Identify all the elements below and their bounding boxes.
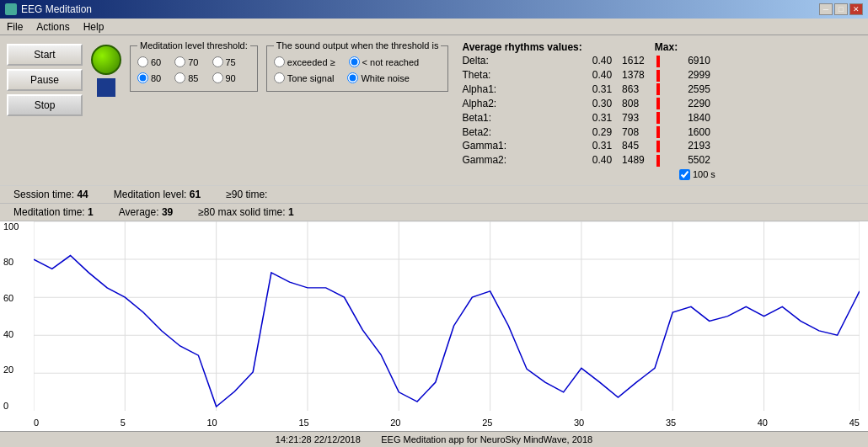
menu-actions[interactable]: Actions bbox=[33, 21, 72, 33]
sound-not-reached[interactable]: < not reached bbox=[349, 56, 420, 67]
ge90-time-label: ≥90 time: bbox=[226, 189, 267, 200]
threshold-row2: 80 85 90 bbox=[137, 70, 250, 86]
x-label-30: 30 bbox=[574, 418, 584, 428]
threshold-group: Meditation level threshold: 60 70 75 80 … bbox=[130, 40, 258, 92]
meditation-level-value: 61 bbox=[190, 189, 201, 200]
rhythm-alpha2: Alpha2: 0.30 808 2290 bbox=[457, 96, 715, 110]
threshold-85[interactable]: 85 bbox=[174, 72, 198, 83]
chart-svg bbox=[34, 221, 860, 411]
ge80-value: 1 bbox=[288, 206, 294, 218]
session-stats-row1: Session time: 44 Meditation level: 61 ≥9… bbox=[0, 186, 868, 204]
threshold-legend: Meditation level threshold: bbox=[137, 40, 250, 51]
stop-button[interactable]: Stop bbox=[7, 94, 83, 116]
x-label-35: 35 bbox=[666, 418, 676, 428]
rhythms-header-count bbox=[617, 40, 650, 54]
y-label-100: 100 bbox=[3, 221, 33, 231]
control-buttons: Start Pause Stop bbox=[7, 40, 83, 116]
x-label-0: 0 bbox=[34, 418, 39, 428]
minimize-button[interactable]: ─ bbox=[819, 3, 833, 15]
rhythms-header-name: Average rhythms values: bbox=[457, 40, 587, 54]
sound-row2: Tone signal White noise bbox=[274, 70, 442, 86]
y-label-20: 20 bbox=[3, 365, 33, 375]
start-button[interactable]: Start bbox=[7, 44, 83, 66]
sound-tone[interactable]: Tone signal bbox=[274, 72, 335, 83]
threshold-90[interactable]: 90 bbox=[212, 72, 236, 83]
x-label-10: 10 bbox=[207, 418, 217, 428]
sound-legend: The sound output when the threshold is bbox=[274, 40, 442, 51]
app-icon bbox=[5, 3, 17, 15]
main-content: Start Pause Stop Meditation level thresh… bbox=[0, 35, 868, 447]
title-bar: EEG Meditation ─ □ ✕ bbox=[0, 0, 868, 19]
footer-bar: 14:21:28 22/12/2018 EEG Meditation app f… bbox=[0, 431, 868, 447]
maximize-button[interactable]: □ bbox=[834, 3, 848, 15]
ge80-label: ≥80 max solid time: 1 bbox=[198, 206, 293, 218]
x-axis: 0 5 10 15 20 25 30 35 40 45 bbox=[34, 418, 860, 428]
blue-indicator bbox=[97, 78, 115, 97]
chart-line bbox=[34, 255, 860, 406]
footer-appname: EEG Meditation app for NeuroSky MindWave… bbox=[381, 434, 592, 444]
rhythms-header-value bbox=[587, 40, 617, 54]
x-label-45: 45 bbox=[849, 418, 860, 428]
y-label-0: 0 bbox=[3, 401, 33, 411]
sound-exceeded[interactable]: exceeded ≥ bbox=[274, 56, 335, 67]
sound-output-group: The sound output when the threshold is e… bbox=[266, 40, 449, 92]
y-label-40: 40 bbox=[3, 329, 33, 339]
threshold-60[interactable]: 60 bbox=[137, 56, 161, 67]
top-section: Start Pause Stop Meditation level thresh… bbox=[0, 35, 868, 186]
footer-timestamp: 14:21:28 22/12/2018 bbox=[276, 434, 361, 444]
sound-white-noise[interactable]: White noise bbox=[347, 72, 409, 83]
green-indicator bbox=[91, 45, 121, 75]
rhythms-header-max: Max: bbox=[650, 40, 683, 54]
rhythm-beta1: Beta1: 0.31 793 1840 bbox=[457, 110, 715, 125]
average-value: 39 bbox=[162, 206, 173, 218]
threshold-75[interactable]: 75 bbox=[212, 56, 236, 67]
rhythm-theta: Theta: 0.40 1378 2999 bbox=[457, 68, 715, 82]
chart-area: 0 20 40 60 80 100 0 5 10 15 20 25 30 35 … bbox=[0, 221, 868, 431]
close-button[interactable]: ✕ bbox=[849, 3, 863, 15]
indicators bbox=[91, 40, 121, 97]
threshold-70[interactable]: 70 bbox=[174, 56, 198, 67]
rhythms-section: Average rhythms values: Max: Delta: 0.40… bbox=[457, 40, 715, 180]
meditation-time-label: Meditation time: 1 bbox=[13, 206, 94, 218]
average-label: Average: 39 bbox=[119, 206, 174, 218]
rhythm-beta2: Beta2: 0.29 708 1600 bbox=[457, 125, 715, 139]
menu-help[interactable]: Help bbox=[80, 21, 108, 33]
meditation-time-value: 1 bbox=[88, 206, 94, 218]
rhythm-gamma1: Gamma1: 0.31 845 2193 bbox=[457, 139, 715, 153]
rhythm-delta: Delta: 0.40 1612 6910 bbox=[457, 54, 715, 68]
rhythm-gamma2: Gamma2: 0.40 1489 5502 bbox=[457, 153, 715, 168]
y-label-60: 60 bbox=[3, 293, 33, 303]
rhythms-table: Average rhythms values: Max: Delta: 0.40… bbox=[457, 40, 715, 168]
x-label-40: 40 bbox=[758, 418, 768, 428]
100s-checkbox[interactable] bbox=[679, 169, 690, 180]
x-label-25: 25 bbox=[482, 418, 492, 428]
session-stats-row2: Meditation time: 1 Average: 39 ≥80 max s… bbox=[0, 204, 868, 221]
menu-bar: File Actions Help bbox=[0, 19, 868, 35]
100s-label: 100 s bbox=[693, 169, 715, 179]
session-time-label: Session time: 44 bbox=[13, 189, 88, 200]
sound-row1: exceeded ≥ < not reached bbox=[274, 54, 442, 70]
meditation-level-label: Meditation level: 61 bbox=[114, 189, 201, 200]
threshold-row1: 60 70 75 bbox=[137, 54, 250, 70]
threshold-80[interactable]: 80 bbox=[137, 72, 161, 83]
pause-button[interactable]: Pause bbox=[7, 69, 83, 91]
rhythm-alpha1: Alpha1: 0.31 863 2595 bbox=[457, 82, 715, 97]
title-bar-text: EEG Meditation bbox=[21, 3, 92, 15]
y-axis: 0 20 40 60 80 100 bbox=[3, 221, 33, 411]
session-time-value: 44 bbox=[77, 189, 88, 200]
x-label-20: 20 bbox=[390, 418, 400, 428]
x-label-5: 5 bbox=[121, 418, 126, 428]
x-label-15: 15 bbox=[298, 418, 308, 428]
menu-file[interactable]: File bbox=[3, 21, 26, 33]
y-label-80: 80 bbox=[3, 257, 33, 267]
100s-checkbox-label[interactable]: 100 s bbox=[457, 169, 715, 180]
